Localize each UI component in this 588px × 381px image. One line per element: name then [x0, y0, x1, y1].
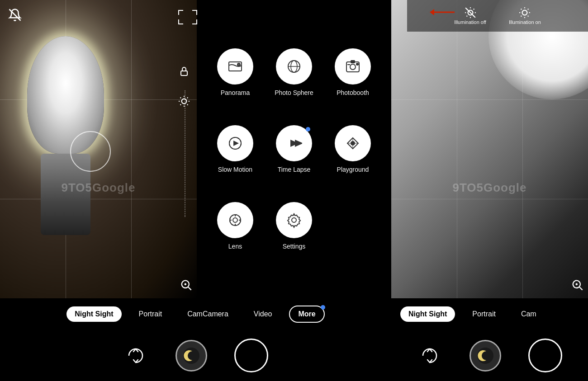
svg-point-32: [233, 218, 237, 222]
more-menu-panel: Panorama Photo Sphere: [197, 0, 391, 298]
flip-camera-button-left[interactable]: [123, 343, 148, 368]
notification-off-icon[interactable]: [8, 8, 22, 24]
exposure-line: [185, 90, 185, 217]
capture-button-left[interactable]: [234, 339, 268, 372]
night-mode-button-left[interactable]: [175, 340, 207, 372]
lock-icon[interactable]: [176, 63, 192, 80]
svg-point-15: [237, 63, 240, 66]
svg-marker-26: [233, 141, 239, 146]
shutter-bar-right: [391, 330, 588, 381]
menu-item-panorama[interactable]: Panorama: [208, 36, 262, 108]
photobooth-label: Photobooth: [337, 89, 369, 96]
svg-point-20: [350, 64, 356, 70]
svg-rect-0: [181, 71, 187, 75]
mode-cam-right[interactable]: Cam: [513, 306, 545, 322]
settings-label: Settings: [283, 243, 306, 250]
watermark-right: 9TO5Google: [452, 181, 526, 195]
grid-line: [457, 0, 457, 298]
flip-camera-button-right[interactable]: [417, 343, 442, 368]
svg-line-8: [180, 104, 181, 105]
grid-line: [131, 0, 132, 298]
mode-video[interactable]: Video: [246, 306, 280, 322]
mode-bar-right: Night Sight Portrait Cam: [391, 298, 588, 330]
red-arrow-indicator: [430, 5, 457, 21]
menu-item-time-lapse[interactable]: Time Lapse: [267, 113, 321, 185]
svg-rect-21: [351, 61, 355, 63]
svg-line-62: [528, 9, 529, 10]
grid-line: [391, 199, 588, 199]
lens-label: Lens: [228, 243, 242, 250]
svg-marker-28: [295, 140, 302, 147]
svg-point-22: [356, 63, 358, 65]
camera-controls-right: [176, 63, 192, 109]
mode-portrait-right[interactable]: Portrait: [464, 306, 504, 322]
zoom-icon-right[interactable]: [571, 278, 583, 293]
svg-line-58: [528, 16, 529, 17]
lamp-object: [9, 27, 127, 253]
svg-line-50: [466, 16, 467, 17]
focus-indicator: [70, 131, 111, 172]
night-mode-button-right[interactable]: [469, 340, 501, 372]
mode-more[interactable]: More: [289, 306, 324, 323]
svg-point-29: [351, 141, 355, 145]
illumination-off-control[interactable]: Illumination off: [454, 7, 486, 25]
illumination-off-label: Illumination off: [454, 19, 486, 25]
menu-item-settings[interactable]: Settings: [267, 190, 321, 262]
grid-line: [391, 99, 588, 100]
more-menu-grid: Panorama Photo Sphere: [199, 27, 389, 271]
menu-item-lens[interactable]: Lens: [208, 190, 262, 262]
svg-point-1: [182, 99, 187, 104]
slow-motion-label: Slow Motion: [218, 166, 252, 173]
svg-line-11: [188, 287, 191, 290]
svg-line-61: [521, 16, 522, 17]
menu-item-playground[interactable]: Playground: [326, 113, 380, 185]
mode-night-sight[interactable]: Night Sight: [66, 306, 121, 322]
photo-sphere-icon-circle: [276, 48, 312, 85]
mode-night-sight-right[interactable]: Night Sight: [400, 306, 455, 322]
svg-point-37: [292, 218, 296, 222]
menu-item-photobooth[interactable]: Photobooth: [326, 36, 380, 108]
illumination-header: Illumination off Illumination on: [407, 0, 588, 32]
center-focus-bracket: [176, 8, 199, 28]
playground-icon-circle: [335, 125, 371, 161]
illumination-on-control[interactable]: Illumination on: [509, 7, 541, 25]
illumination-on-label: Illumination on: [509, 19, 541, 25]
brightness-icon[interactable]: [176, 93, 192, 109]
shutter-bar-left: [0, 330, 391, 381]
photobooth-icon-circle: [335, 48, 371, 85]
mode-bar-left: Night Sight Portrait CamCamera Video Mor…: [0, 298, 391, 330]
lens-icon-circle: [217, 202, 253, 238]
svg-line-5: [187, 104, 188, 105]
svg-line-9: [187, 98, 188, 99]
panorama-label: Panorama: [221, 89, 250, 96]
playground-label: Playground: [337, 166, 369, 173]
menu-item-slow-motion[interactable]: Slow Motion: [208, 113, 262, 185]
panorama-icon-circle: [217, 48, 253, 85]
new-feature-dot: [306, 127, 310, 132]
capture-button-right[interactable]: [528, 339, 562, 372]
svg-point-54: [522, 10, 527, 15]
slow-motion-icon-circle: [217, 125, 253, 161]
grid-line: [522, 0, 523, 298]
svg-marker-53: [430, 9, 434, 15]
menu-item-photo-sphere[interactable]: Photo Sphere: [267, 36, 321, 108]
zoom-icon[interactable]: [180, 278, 192, 293]
time-lapse-label: Time Lapse: [278, 166, 311, 173]
mode-portrait[interactable]: Portrait: [131, 306, 171, 322]
photo-sphere-label: Photo Sphere: [275, 89, 313, 96]
settings-icon-circle: [276, 202, 312, 238]
svg-line-51: [473, 9, 474, 10]
camera-viewfinder-right: 9TO5Google: [391, 0, 588, 298]
camera-viewfinder-left: 9TO5Google: [0, 0, 197, 298]
svg-line-4: [180, 98, 181, 99]
svg-line-57: [521, 9, 522, 10]
more-new-dot: [321, 305, 325, 310]
svg-line-39: [579, 287, 582, 290]
mode-camcamera[interactable]: CamCamera: [179, 306, 237, 322]
time-lapse-icon-circle: [276, 125, 312, 161]
watermark-left: 9TO5Google: [61, 181, 135, 195]
